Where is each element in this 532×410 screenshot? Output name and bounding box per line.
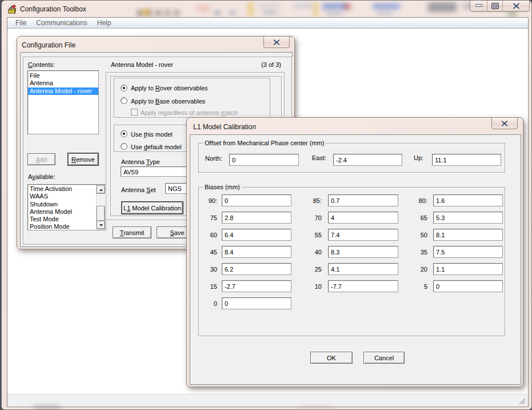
available-scrollbar[interactable] [96, 185, 105, 229]
up-label: Up: [414, 154, 423, 161]
titlebar-glass-blob [142, 10, 150, 15]
titlebar-glass-blob [248, 1, 253, 17]
checkbox-antenna-match[interactable] [131, 109, 138, 116]
titlebar-glass-blob [197, 6, 210, 11]
bias-field-25[interactable] [328, 263, 398, 275]
section-header: Antenna Model - rover [111, 61, 173, 68]
bias-label: 30 [204, 266, 217, 273]
remove-button[interactable]: Remove [68, 153, 98, 165]
bias-field-40[interactable] [328, 246, 398, 258]
scroll-thumb[interactable] [97, 206, 105, 221]
offset-group-label: Offset from Mechanical Phase center (mm) [203, 140, 326, 146]
radio-use-this-model[interactable] [121, 130, 127, 137]
bottomframe-glass-blob [299, 406, 333, 409]
radio-apply-base[interactable] [121, 97, 127, 104]
titlebar-glass-blob [262, 10, 277, 15]
list-item[interactable]: WAAS [28, 193, 106, 200]
list-item[interactable]: Position Mode [28, 223, 106, 230]
radio-use-this-model-label[interactable]: Use this model [131, 131, 173, 138]
bias-field-60[interactable] [222, 229, 291, 241]
available-label: Available: [28, 173, 55, 180]
antenna-type-label: Antenna Type [121, 158, 160, 165]
cancel-button[interactable]: Cancel [363, 352, 405, 364]
bias-label: 70 [309, 214, 322, 221]
minimize-icon [475, 4, 482, 7]
scroll-down-button[interactable] [97, 221, 105, 229]
config-dialog-close-button[interactable] [263, 37, 290, 48]
list-item[interactable]: Antenna [28, 79, 98, 87]
bias-field-65[interactable] [433, 212, 503, 224]
contents-listbox[interactable]: File Antenna Antenna Model - rover [27, 70, 99, 134]
arrow-up-icon [99, 189, 103, 191]
radio-use-default-model-label[interactable]: Use default model [131, 144, 182, 150]
titlebar-glass-blob [214, 10, 221, 15]
close-button[interactable] [502, 1, 529, 11]
bias-field-80[interactable] [433, 194, 503, 206]
list-item[interactable]: Test Mode [28, 216, 106, 223]
list-item[interactable]: File [28, 72, 98, 79]
titlebar-glass-blob [258, 3, 281, 8]
checkbox-antenna-match-label[interactable]: Apply regardless of antenna match [141, 109, 238, 116]
titlebar-glass-blob [507, 11, 517, 17]
east-field[interactable] [333, 154, 402, 166]
up-field[interactable] [432, 154, 501, 166]
resize-grip-icon[interactable] [518, 397, 527, 405]
menu-file[interactable]: File [11, 18, 30, 28]
l1-dialog-close-button[interactable] [491, 118, 518, 129]
biases-group-frame: Biases (mm) [198, 187, 505, 336]
titlebar-glass-blob [230, 10, 236, 15]
restore-icon [491, 3, 499, 9]
bias-label: 45 [204, 249, 217, 256]
l1-model-calibration-button[interactable]: L1 Model Calibration [122, 202, 183, 214]
arrow-down-icon [99, 224, 103, 226]
scroll-up-button[interactable] [97, 185, 105, 194]
menu-bar: File Communications Help [7, 18, 528, 29]
antenna-set-label: Antenna Set [121, 186, 156, 193]
transmit-button[interactable]: Transmit [113, 226, 151, 238]
ok-button[interactable]: OK [310, 352, 353, 364]
menu-communications[interactable]: Communications [32, 18, 91, 28]
titlebar-glass-blob [314, 1, 318, 17]
bias-field-75[interactable] [222, 212, 291, 224]
bias-field-10[interactable] [328, 280, 398, 292]
l1-dialog-client: Offset from Mechanical Phase center (mm)… [190, 134, 521, 385]
titlebar-glass-blob [155, 10, 161, 16]
bias-field-85[interactable] [328, 194, 398, 206]
bias-label: 5 [414, 283, 427, 290]
close-icon [501, 121, 508, 126]
titlebar-glass-blob [165, 10, 170, 16]
bias-field-50[interactable] [433, 229, 503, 241]
north-field[interactable] [229, 154, 299, 166]
bias-field-35[interactable] [433, 246, 503, 258]
bias-field-55[interactable] [328, 229, 398, 241]
bias-field-5[interactable] [433, 280, 503, 292]
bias-field-15[interactable] [222, 280, 291, 292]
titlebar-glass-blob [174, 10, 179, 16]
minimize-button[interactable] [470, 1, 487, 11]
bias-field-0[interactable] [222, 297, 291, 309]
bias-label: 0 [204, 300, 217, 307]
radio-apply-rover[interactable] [121, 85, 127, 91]
bias-field-45[interactable] [222, 246, 291, 258]
radio-apply-rover-label[interactable]: Apply to Rover observables [131, 85, 208, 91]
bias-field-70[interactable] [328, 212, 398, 224]
close-icon [273, 39, 280, 45]
list-item[interactable]: Antenna Model [28, 208, 106, 216]
available-listbox[interactable]: Time Activation WAAS Shutdown Antenna Mo… [27, 184, 106, 230]
bias-field-90[interactable] [222, 194, 291, 206]
bias-field-20[interactable] [433, 263, 503, 275]
add-button[interactable]: Add [27, 153, 55, 165]
bias-label: 40 [309, 249, 322, 256]
radio-use-default-model[interactable] [121, 143, 127, 150]
menu-help[interactable]: Help [93, 18, 115, 28]
list-item[interactable]: Time Activation [28, 185, 106, 193]
radio-apply-base-label[interactable]: Apply to Base observables [131, 98, 205, 105]
titlebar-glass-blob [373, 3, 400, 9]
bias-label: 55 [309, 232, 322, 238]
maximize-button[interactable] [487, 1, 502, 11]
bias-label: 85: [309, 197, 322, 204]
list-item[interactable]: Shutdown [28, 201, 106, 208]
list-item-selected[interactable]: Antenna Model - rover [28, 87, 98, 95]
bias-label: 60 [204, 232, 217, 238]
bias-field-30[interactable] [222, 263, 291, 275]
